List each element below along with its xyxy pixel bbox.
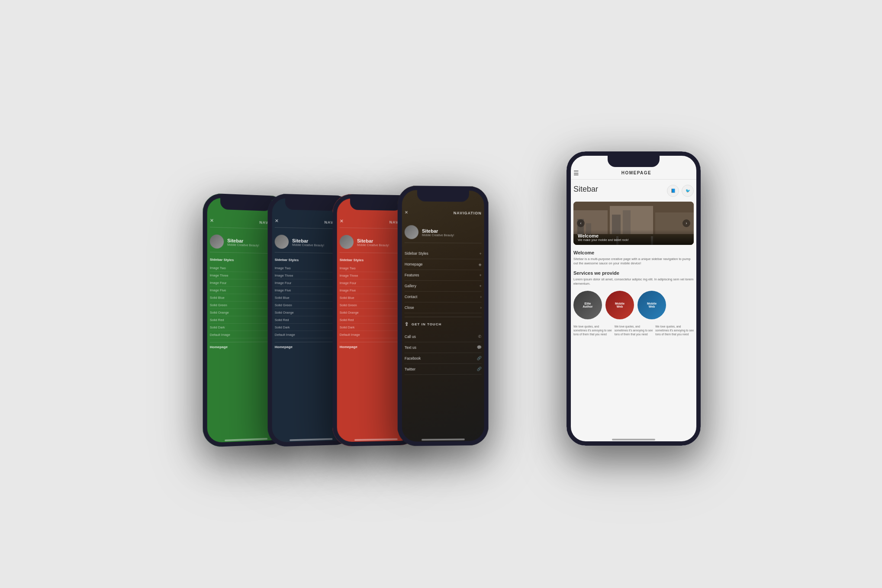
avatar-img-1 <box>210 234 224 248</box>
dark-nav-text[interactable]: Text us 💬 <box>405 342 482 353</box>
home-body: Sitebar 📘 🐦 <box>567 180 701 341</box>
avatar-img-4 <box>405 225 418 239</box>
close-icon-2[interactable]: ✕ <box>275 218 279 223</box>
quotes-row: We love quotes, and sometimes it's annoy… <box>573 325 694 336</box>
hero-title: Welcome <box>578 233 689 238</box>
text-label: Text us <box>405 345 416 350</box>
quote-3: We love quotes, and sometimes it's annoy… <box>655 325 694 336</box>
tagline-2: Mobile Creative Beauty! <box>292 243 324 246</box>
tagline-4: Mobile Creative Beauty! <box>422 233 454 236</box>
welcome-text: Sitebar is a multi-purpose creative page… <box>573 257 694 266</box>
hero-image: Welcome We make your mobile and tablet r… <box>573 202 694 245</box>
site-name-1: Sitebar <box>227 238 259 244</box>
services-row: EliteAuthor MobileWeb MobileWeb <box>573 291 694 319</box>
home-indicator-2 <box>290 438 332 441</box>
close-label: Close <box>405 305 414 309</box>
phones-scene: ✕ NAVIGATE Sitebar Mobile Creative Beaut… <box>181 143 701 446</box>
nav-profile-info-1: Sitebar Mobile Creative Beauty! <box>227 238 259 247</box>
site-name-home: Sitebar <box>573 185 598 194</box>
nav-profile-4: Sitebar Mobile Creative Beauty! <box>405 222 482 243</box>
phone-dark: ✕ NAVIGATION Sitebar Mobile Creative Bea… <box>398 185 489 446</box>
notch-1 <box>229 194 263 204</box>
call-label: Call us <box>405 334 416 339</box>
dark-nav-homepage[interactable]: Homepage ◈ <box>405 259 482 270</box>
home-indicator-3 <box>354 438 398 441</box>
sidebar-styles-label: Sidebar Styles <box>405 251 428 255</box>
dark-nav-twitter[interactable]: Twitter 🔗 <box>405 363 482 375</box>
avatar-img-2 <box>275 235 289 249</box>
arrow-icon-contact: › <box>480 295 482 299</box>
social-btn-fb[interactable]: 📘 <box>667 185 679 197</box>
dark-nav-sidebar-styles[interactable]: Sidebar Styles + <box>405 248 482 259</box>
service-elite-author[interactable]: EliteAuthor <box>573 291 602 319</box>
share-icon: ⇪ <box>405 321 409 327</box>
dark-nav-call[interactable]: Call us ✆ <box>405 331 482 342</box>
phone-icon: ✆ <box>478 334 482 338</box>
get-in-touch-label: GET IN TOUCH <box>412 322 441 326</box>
avatar-4 <box>405 225 418 239</box>
service-mobile-web-2[interactable]: MobileWeb <box>637 291 666 319</box>
dark-nav-gallery[interactable]: Gallery + <box>405 280 482 291</box>
get-in-touch-section: ⇪ GET IN TOUCH <box>405 316 482 331</box>
dark-nav-content: ✕ NAVIGATION Sitebar Mobile Creative Bea… <box>398 203 489 378</box>
dark-nav-contact[interactable]: Contact › <box>405 291 482 302</box>
welcome-section-title: Welcome <box>573 250 694 255</box>
hero-prev-btn[interactable]: ‹ <box>577 219 585 227</box>
hero-caption: Welcome We make your mobile and tablet r… <box>573 230 694 245</box>
home-indicator-1 <box>225 438 267 441</box>
screen-white: ☰ HOMEPAGE Sitebar 📘 🐦 <box>567 151 701 446</box>
features-label: Features <box>405 273 419 277</box>
plus-icon-gallery: + <box>479 284 481 288</box>
notch-2 <box>294 194 328 203</box>
site-header-row: Sitebar 📘 🐦 <box>573 185 694 197</box>
pin-icon: ◈ <box>479 262 482 267</box>
home-header: ☰ HOMEPAGE <box>567 167 701 180</box>
nav-profile-info-2: Sitebar Mobile Creative Beauty! <box>292 238 324 246</box>
notch-5 <box>610 151 657 163</box>
site-name-3: Sitebar <box>357 238 389 243</box>
avatar-2 <box>275 235 289 249</box>
quote-2: We love quotes, and sometimes it's annoy… <box>615 325 653 336</box>
notch-4 <box>426 186 460 195</box>
facebook-label: Facebook <box>405 356 421 360</box>
dark-content: ✕ NAVIGATION Sitebar Mobile Creative Bea… <box>398 185 489 378</box>
link-icon-tw: 🔗 <box>477 366 482 371</box>
twitter-label: Twitter <box>405 367 415 371</box>
dark-nav-features[interactable]: Features + <box>405 270 482 281</box>
phone-white-main: ☰ HOMEPAGE Sitebar 📘 🐦 <box>567 151 701 446</box>
page-title: HOMEPAGE <box>621 170 652 175</box>
tagline-1: Mobile Creative Beauty! <box>227 243 259 247</box>
close-icon-1[interactable]: ✕ <box>210 218 214 223</box>
avatar-1 <box>210 234 224 248</box>
nav-profile-info-4: Sitebar Mobile Creative Beauty! <box>422 228 454 237</box>
chat-icon: 💬 <box>477 345 482 349</box>
close-icon-4[interactable]: ✕ <box>405 210 408 215</box>
nav-title-4: NAVIGATION <box>454 210 482 215</box>
screen-dark: ✕ NAVIGATION Sitebar Mobile Creative Bea… <box>398 185 489 446</box>
arrow-icon-close: › <box>480 305 482 310</box>
gallery-label: Gallery <box>405 283 416 288</box>
plus-icon-sidebar: + <box>479 251 481 256</box>
dark-nav-header: ✕ NAVIGATION <box>405 206 482 218</box>
services-text: Lorem ipsum dolor sit amet, consectetur … <box>573 277 694 286</box>
site-name-4: Sitebar <box>422 228 454 234</box>
social-btn-tw[interactable]: 🐦 <box>682 185 694 197</box>
quote-1: We love quotes, and sometimes it's annoy… <box>573 325 612 336</box>
hamburger-icon[interactable]: ☰ <box>573 170 579 177</box>
site-name-2: Sitebar <box>292 238 324 243</box>
link-icon-fb: 🔗 <box>477 356 482 360</box>
tagline-3: Mobile Creative Beauty! <box>357 243 389 246</box>
hero-next-btn[interactable]: › <box>682 219 690 227</box>
service-mobile-web-1[interactable]: MobileWeb <box>605 291 634 319</box>
contact-label: Contact <box>405 294 417 299</box>
services-title: Services we provide <box>573 270 694 276</box>
hero-subtitle: We make your mobile and tablet rock! <box>578 238 689 241</box>
avatar-img-3 <box>340 235 354 249</box>
notch-3 <box>359 194 393 204</box>
home-indicator-5 <box>612 439 655 440</box>
dark-nav-close[interactable]: Close › <box>405 302 482 313</box>
homepage-label: Homepage <box>405 262 423 266</box>
social-icons-row: 📘 🐦 <box>667 185 694 197</box>
close-icon-3[interactable]: ✕ <box>340 218 344 224</box>
dark-nav-facebook[interactable]: Facebook 🔗 <box>405 353 482 364</box>
